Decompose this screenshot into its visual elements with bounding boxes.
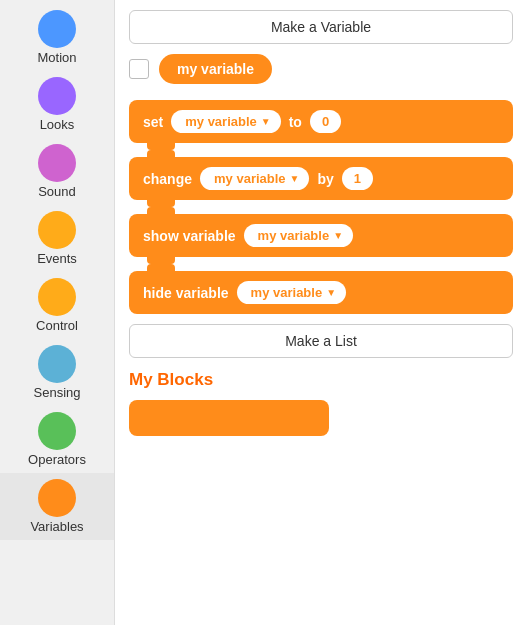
sidebar-item-sensing[interactable]: Sensing [0,339,114,406]
my-blocks-heading: My Blocks [129,370,513,390]
looks-circle [38,77,76,115]
variable-pill[interactable]: my variable [159,54,272,84]
sensing-circle [38,345,76,383]
variable-checkbox[interactable] [129,59,149,79]
change-dropdown-label: my variable [214,171,286,186]
sidebar-item-sensing-label: Sensing [34,385,81,400]
show-variable-block[interactable]: show variable my variable ▼ [129,214,513,257]
hide-variable-block[interactable]: hide variable my variable ▼ [129,271,513,314]
sidebar-item-control[interactable]: Control [0,272,114,339]
control-circle [38,278,76,316]
sidebar-item-events[interactable]: Events [0,205,114,272]
sound-circle [38,144,76,182]
sidebar-item-control-label: Control [36,318,78,333]
sidebar-item-looks[interactable]: Looks [0,71,114,138]
sidebar-item-operators-label: Operators [28,452,86,467]
sidebar-item-variables-label: Variables [30,519,83,534]
change-prefix: change [143,171,192,187]
sidebar: Motion Looks Sound Events Control Sensin… [0,0,115,625]
sidebar-item-variables[interactable]: Variables [0,473,114,540]
operators-circle [38,412,76,450]
variables-circle [38,479,76,517]
events-circle [38,211,76,249]
set-value[interactable]: 0 [310,110,341,133]
set-to-label: to [289,114,302,130]
show-prefix: show variable [143,228,236,244]
change-dropdown-arrow: ▼ [290,173,300,184]
sidebar-item-sound[interactable]: Sound [0,138,114,205]
sidebar-item-sound-label: Sound [38,184,76,199]
change-block[interactable]: change my variable ▼ by 1 [129,157,513,200]
make-variable-button[interactable]: Make a Variable [129,10,513,44]
set-block[interactable]: set my variable ▼ to 0 [129,100,513,143]
hide-variable-dropdown[interactable]: my variable ▼ [237,281,346,304]
show-dropdown-arrow: ▼ [333,230,343,241]
main-panel: Make a Variable my variable set my varia… [115,0,527,625]
sidebar-item-events-label: Events [37,251,77,266]
partial-block [129,400,329,436]
set-dropdown-arrow: ▼ [261,116,271,127]
sidebar-item-motion[interactable]: Motion [0,4,114,71]
sidebar-item-operators[interactable]: Operators [0,406,114,473]
sidebar-item-looks-label: Looks [40,117,75,132]
change-value[interactable]: 1 [342,167,373,190]
change-by-label: by [317,171,333,187]
set-dropdown-label: my variable [185,114,257,129]
set-prefix: set [143,114,163,130]
motion-circle [38,10,76,48]
show-dropdown-label: my variable [258,228,330,243]
hide-dropdown-label: my variable [251,285,323,300]
show-variable-dropdown[interactable]: my variable ▼ [244,224,353,247]
hide-prefix: hide variable [143,285,229,301]
set-variable-dropdown[interactable]: my variable ▼ [171,110,280,133]
variable-row: my variable [129,54,513,84]
make-list-button[interactable]: Make a List [129,324,513,358]
sidebar-item-motion-label: Motion [37,50,76,65]
change-variable-dropdown[interactable]: my variable ▼ [200,167,309,190]
hide-dropdown-arrow: ▼ [326,287,336,298]
